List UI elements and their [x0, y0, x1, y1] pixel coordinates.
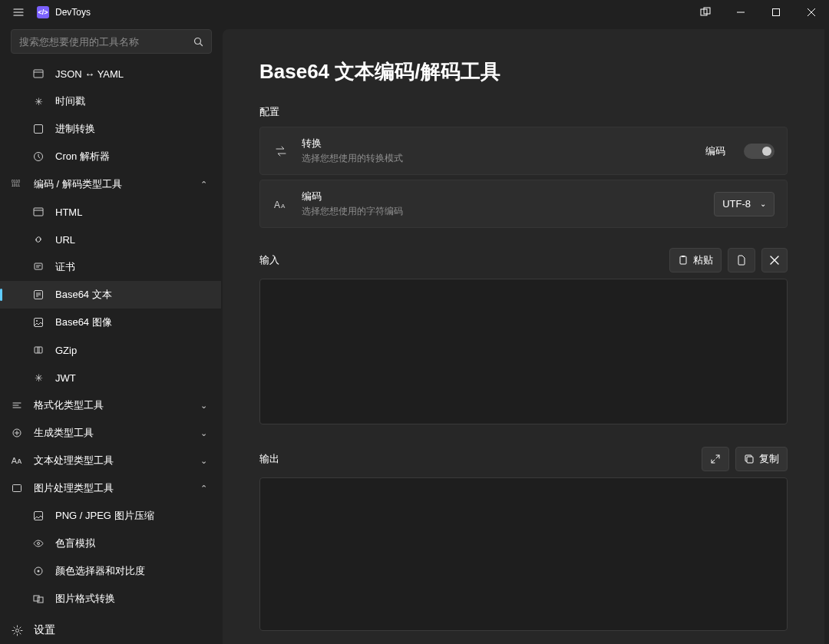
svg-rect-9	[34, 208, 43, 216]
output-textarea[interactable]	[259, 477, 788, 631]
sidebar-category-generate[interactable]: 生成类型工具 ⌄	[0, 419, 221, 447]
text-category-icon: Aᴀ	[11, 454, 23, 467]
jwt-icon: ✳	[32, 372, 45, 384]
open-file-button[interactable]	[728, 248, 755, 272]
format-category-icon	[11, 399, 23, 411]
input-textarea[interactable]	[259, 279, 788, 424]
close-button[interactable]	[794, 0, 829, 25]
clear-button[interactable]	[761, 248, 788, 272]
svg-point-18	[38, 543, 40, 545]
close-icon	[808, 8, 815, 16]
base64-image-icon	[32, 316, 45, 329]
image-category-icon	[11, 482, 23, 494]
sidebar-category-encode[interactable]: 10110110 编码 / 解码类型工具 ⌃	[0, 170, 221, 198]
sidebar-item-label: 颜色选择器和对比度	[55, 564, 221, 578]
maximize-button[interactable]	[758, 0, 794, 25]
eye-icon	[32, 537, 45, 550]
sidebar-item-label: 时间戳	[55, 94, 221, 108]
input-label: 输入	[259, 253, 669, 267]
svg-point-20	[38, 570, 40, 573]
encoding-dropdown[interactable]: UTF-8 ⌄	[714, 192, 775, 216]
chevron-down-icon: ⌄	[200, 401, 207, 411]
sidebar-category-format[interactable]: 格式化类型工具 ⌄	[0, 391, 221, 419]
sidebar-item-image-convert[interactable]: 图片格式转换	[0, 585, 221, 613]
svg-rect-2	[773, 9, 780, 16]
expand-button[interactable]	[702, 447, 729, 471]
svg-text:0110: 0110	[12, 179, 20, 183]
sidebar-item-number-base[interactable]: 进制转换	[0, 115, 221, 143]
svg-text:A: A	[274, 200, 280, 210]
svg-rect-22	[38, 597, 43, 603]
sidebar-item-label: 生成类型工具	[34, 426, 190, 440]
search-icon	[193, 37, 203, 47]
toggle-label: 编码	[705, 144, 725, 158]
sidebar-item-base64-text[interactable]: Base64 文本	[0, 281, 221, 309]
search-box[interactable]	[11, 29, 212, 54]
svg-rect-28	[747, 457, 753, 463]
compact-overlay-button[interactable]	[688, 0, 723, 25]
sidebar-category-image[interactable]: 图片处理类型工具 ⌃	[0, 474, 221, 502]
html-icon	[32, 206, 45, 218]
sidebar-item-color-blind[interactable]: 色盲模拟	[0, 530, 221, 557]
paste-button[interactable]: 粘贴	[669, 248, 722, 272]
content-area: Base64 文本编码/解码工具 配置 转换 选择您想使用的转换模式 编码 AA…	[223, 29, 824, 644]
certificate-icon	[32, 261, 45, 273]
dropdown-value: UTF-8	[722, 198, 751, 210]
sidebar-item-certificate[interactable]: 证书	[0, 253, 221, 281]
minimize-button[interactable]	[723, 0, 758, 25]
svg-rect-4	[34, 70, 43, 78]
sidebar-item-color-picker[interactable]: 颜色选择器和对比度	[0, 557, 221, 585]
sidebar-item-cron[interactable]: Cron 解析器	[0, 143, 221, 170]
json-yaml-icon	[32, 68, 45, 80]
encode-category-icon: 10110110	[11, 178, 23, 190]
search-input[interactable]	[19, 36, 193, 48]
sidebar-item-image-compress[interactable]: PNG / JPEG 图片压缩	[0, 502, 221, 530]
minimize-icon	[737, 8, 745, 16]
sidebar-item-label: HTML	[55, 206, 221, 218]
sidebar-item-label: Base64 文本	[55, 288, 221, 302]
hamburger-menu[interactable]	[6, 0, 31, 25]
sidebar-category-text[interactable]: Aᴀ 文本处理类型工具 ⌄	[0, 447, 221, 474]
svg-rect-5	[35, 125, 43, 134]
base64-text-icon	[32, 289, 45, 301]
copy-icon	[744, 454, 755, 464]
compress-icon	[32, 510, 45, 522]
sidebar-item-jsonyaml[interactable]: JSON ↔ YAML	[0, 60, 221, 88]
sidebar-item-label: 编码 / 解码类型工具	[34, 177, 190, 191]
convert-icon	[32, 593, 45, 605]
chevron-up-icon: ⌃	[200, 484, 207, 494]
sidebar-settings[interactable]: 设置	[0, 616, 223, 644]
chevron-up-icon: ⌃	[200, 180, 207, 190]
swap-icon	[272, 143, 289, 160]
svg-rect-27	[682, 256, 685, 257]
settings-label: 设置	[34, 623, 55, 637]
encoding-desc: 选择您想使用的字符编码	[302, 205, 702, 218]
copy-button[interactable]: 复制	[735, 447, 788, 471]
sidebar-item-timestamp[interactable]: ✳ 时间戳	[0, 88, 221, 115]
sidebar-item-html[interactable]: HTML	[0, 198, 221, 226]
sidebar-item-base64-image[interactable]: Base64 图像	[0, 309, 221, 336]
encode-toggle[interactable]	[744, 144, 775, 159]
sidebar-item-label: Base64 图像	[55, 315, 221, 329]
svg-rect-16	[13, 485, 21, 492]
sidebar-item-label: 进制转换	[55, 122, 221, 136]
svg-text:A: A	[281, 203, 286, 210]
picker-icon	[32, 565, 45, 577]
convert-title: 转换	[302, 137, 693, 150]
sidebar-item-label: 格式化类型工具	[34, 398, 190, 412]
output-label: 输出	[259, 452, 702, 466]
svg-rect-17	[35, 512, 43, 520]
sidebar-item-label: URL	[55, 234, 221, 246]
sidebar-item-url[interactable]: URL	[0, 226, 221, 253]
font-icon: AA	[272, 196, 289, 213]
svg-rect-12	[35, 319, 43, 327]
sidebar-item-label: 图片格式转换	[55, 592, 221, 606]
timestamp-icon: ✳	[32, 95, 45, 107]
sidebar-item-label: JSON ↔ YAML	[55, 68, 221, 80]
sidebar-item-jwt[interactable]: ✳ JWT	[0, 364, 221, 391]
gear-icon	[11, 624, 23, 636]
sidebar-item-label: JWT	[55, 372, 221, 384]
sidebar-item-gzip[interactable]: GZip	[0, 336, 221, 364]
gzip-icon	[32, 344, 45, 356]
sidebar-item-label: Cron 解析器	[55, 150, 221, 163]
